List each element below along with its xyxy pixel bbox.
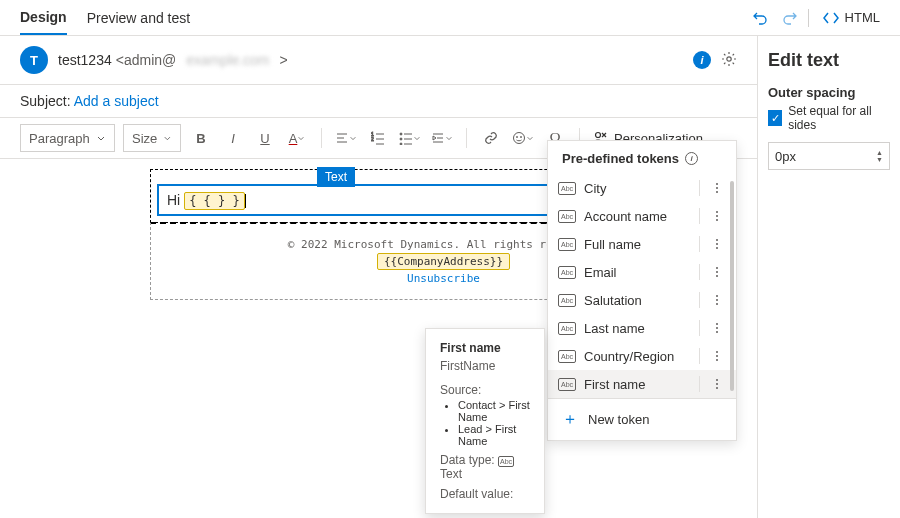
more-icon[interactable] <box>708 323 726 333</box>
size-select[interactable]: Size <box>123 124 181 152</box>
token-tooltip: First name FirstName Source: Contact > F… <box>425 328 545 514</box>
token-placeholder: { { } } <box>184 192 245 210</box>
more-icon[interactable] <box>708 267 726 277</box>
token-item-label: Salutation <box>584 293 642 308</box>
token-item[interactable]: Abc Salutation <box>548 286 736 314</box>
token-item-label: Country/Region <box>584 349 674 364</box>
greeting-text: Hi <box>167 192 184 208</box>
token-item[interactable]: Abc City <box>548 174 736 202</box>
abc-badge-icon: Abc <box>558 238 576 251</box>
svg-point-6 <box>514 133 525 144</box>
abc-badge-icon: Abc <box>558 322 576 335</box>
paragraph-select-label: Paragraph <box>29 131 90 146</box>
html-view-button[interactable]: HTML <box>823 10 880 26</box>
equal-sides-checkbox[interactable]: ✓ <box>768 110 782 126</box>
spacing-value: 0px <box>775 149 796 164</box>
tooltip-source-list: Contact > First Name Lead > First Name <box>440 399 530 447</box>
abc-badge-icon: Abc <box>558 182 576 195</box>
svg-point-9 <box>596 133 601 138</box>
tokens-dropdown: Pre-defined tokens i Abc City Abc Accoun… <box>547 140 737 441</box>
link-button[interactable] <box>479 126 503 150</box>
sender-name: test1234 <box>58 52 112 68</box>
tooltip-title: First name <box>440 341 530 355</box>
tooltip-type-label: Data type: <box>440 453 495 467</box>
more-icon[interactable] <box>708 351 726 361</box>
unsubscribe-link[interactable]: Unsubscribe <box>407 272 480 285</box>
token-item-label: Last name <box>584 321 645 336</box>
svg-point-0 <box>727 56 731 60</box>
emoji-button[interactable] <box>511 126 535 150</box>
token-item-label: Email <box>584 265 617 280</box>
add-subject-link[interactable]: Add a subject <box>74 93 159 109</box>
tokens-header: Pre-defined tokens i <box>548 141 736 174</box>
tabs: Design Preview and test <box>20 1 190 35</box>
size-select-label: Size <box>132 131 157 146</box>
token-item-label: City <box>584 181 606 196</box>
more-icon[interactable] <box>708 183 726 193</box>
token-item[interactable]: Abc First name <box>548 370 736 398</box>
tab-preview[interactable]: Preview and test <box>87 2 191 34</box>
svg-point-3 <box>400 133 402 135</box>
italic-button[interactable]: I <box>221 126 245 150</box>
underline-button[interactable]: U <box>253 126 277 150</box>
gear-icon[interactable] <box>721 51 737 70</box>
abc-badge-icon: Abc <box>558 378 576 391</box>
top-tab-bar: Design Preview and test HTML <box>0 0 900 36</box>
spacing-input[interactable]: 0px ▲▼ <box>768 142 890 170</box>
tooltip-code: FirstName <box>440 359 530 373</box>
more-icon[interactable] <box>708 239 726 249</box>
tooltip-source-label: Source: <box>440 383 530 397</box>
new-token-label: New token <box>588 412 649 427</box>
token-item[interactable]: Abc Last name <box>548 314 736 342</box>
subject-line: Subject: Add a subject <box>0 85 757 118</box>
bold-button[interactable]: B <box>189 126 213 150</box>
spinner-arrows[interactable]: ▲▼ <box>876 149 883 163</box>
more-icon[interactable] <box>708 295 726 305</box>
more-icon[interactable] <box>708 379 726 389</box>
scrollbar-thumb[interactable] <box>730 181 734 391</box>
info-icon[interactable]: i <box>693 51 711 69</box>
svg-text:2: 2 <box>371 136 374 142</box>
tooltip-type-row: Data type: AbcText <box>440 453 530 481</box>
text-block-label: Text <box>317 167 355 187</box>
tab-design[interactable]: Design <box>20 1 67 35</box>
properties-heading: Edit text <box>768 50 890 71</box>
token-item-label: First name <box>584 377 645 392</box>
undo-button[interactable] <box>748 6 772 30</box>
token-item[interactable]: Abc Email <box>548 258 736 286</box>
abc-badge-icon: Abc <box>558 210 576 223</box>
info-icon[interactable]: i <box>685 152 698 165</box>
token-item[interactable]: Abc Country/Region <box>548 342 736 370</box>
from-line: T test1234 <admin@ example.com > i <box>0 36 757 85</box>
token-item[interactable]: Abc Full name <box>548 230 736 258</box>
align-button[interactable] <box>334 126 358 150</box>
company-address-token: {{CompanyAddress}} <box>377 253 510 270</box>
svg-point-4 <box>400 138 402 140</box>
paragraph-select[interactable]: Paragraph <box>20 124 115 152</box>
subject-label: Subject: <box>20 93 71 109</box>
html-view-label: HTML <box>845 10 880 25</box>
token-item-label: Full name <box>584 237 641 252</box>
abc-badge-icon: Abc <box>558 266 576 279</box>
token-item[interactable]: Abc Account name <box>548 202 736 230</box>
abc-badge-icon: Abc <box>558 350 576 363</box>
equal-sides-row[interactable]: ✓ Set equal for all sides <box>768 104 890 132</box>
indent-button[interactable] <box>430 126 454 150</box>
sender-email-start: <admin@ <box>116 52 177 68</box>
abc-badge-icon: Abc <box>558 294 576 307</box>
svg-point-5 <box>400 143 402 145</box>
new-token-button[interactable]: ＋ New token <box>548 398 736 440</box>
tokens-header-label: Pre-defined tokens <box>562 151 679 166</box>
outer-spacing-label: Outer spacing <box>768 85 890 100</box>
redo-button[interactable] <box>778 6 802 30</box>
tooltip-source-item: Lead > First Name <box>458 423 530 447</box>
sender-email-end: > <box>280 52 288 68</box>
font-color-button[interactable]: A <box>285 126 309 150</box>
sender-email-obscured: example.com <box>186 52 269 68</box>
sender-avatar: T <box>20 46 48 74</box>
more-icon[interactable] <box>708 211 726 221</box>
plus-icon: ＋ <box>562 409 578 430</box>
bullet-list-button[interactable] <box>398 126 422 150</box>
numbered-list-button[interactable]: 12 <box>366 126 390 150</box>
svg-point-8 <box>521 137 522 138</box>
